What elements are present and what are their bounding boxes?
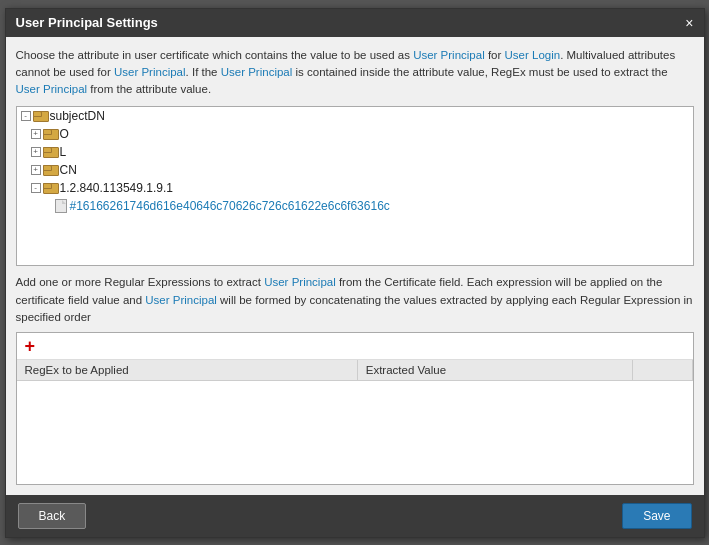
tree-item-hash[interactable]: #16166261746d616e40646c70626c726c61622e6… xyxy=(17,197,693,215)
user-principal-link-3: User Principal xyxy=(221,66,293,78)
regex-table: RegEx to be Applied Extracted Value xyxy=(17,360,693,484)
tree-label-hash: #16166261746d616e40646c70626c726c61622e6… xyxy=(70,199,390,213)
user-login-link: User Login xyxy=(505,49,561,61)
col-header-extracted: Extracted Value xyxy=(357,360,632,381)
folder-icon-CN xyxy=(43,165,57,176)
folder-icon-oid xyxy=(43,183,57,194)
close-button[interactable]: × xyxy=(685,15,693,31)
user-principal-link-2: User Principal xyxy=(114,66,186,78)
regex-description: Add one or more Regular Expressions to e… xyxy=(16,274,694,326)
description-text: Choose the attribute in user certificate… xyxy=(16,47,694,99)
folder-icon-subjectDN xyxy=(33,111,47,122)
col-header-actions xyxy=(632,360,692,381)
file-icon-hash xyxy=(55,199,67,213)
tree-item-oid[interactable]: - 1.2.840.113549.1.9.1 xyxy=(17,179,693,197)
tree-label-CN: CN xyxy=(60,163,77,177)
tree-item-subjectDN[interactable]: - subjectDN xyxy=(17,107,693,125)
tree-label-subjectDN: subjectDN xyxy=(50,109,105,123)
dialog-body: Choose the attribute in user certificate… xyxy=(6,37,704,495)
expand-icon-subjectDN: - xyxy=(21,111,31,121)
user-principal-link-1: User Principal xyxy=(413,49,485,61)
expand-icon-CN: + xyxy=(31,165,41,175)
tree-item-L[interactable]: + L xyxy=(17,143,693,161)
expand-icon-O: + xyxy=(31,129,41,139)
user-principal-link-regex2: User Principal xyxy=(145,294,217,306)
col-header-regex: RegEx to be Applied xyxy=(17,360,358,381)
user-principal-link-regex: User Principal xyxy=(264,276,336,288)
folder-icon-L xyxy=(43,147,57,158)
expand-icon-oid: - xyxy=(31,183,41,193)
save-button[interactable]: Save xyxy=(622,503,691,529)
expand-icon-L: + xyxy=(31,147,41,157)
title-bar: User Principal Settings × xyxy=(6,9,704,37)
regex-section: + RegEx to be Applied Extracted Value xyxy=(16,332,694,485)
folder-icon-O xyxy=(43,129,57,140)
back-button[interactable]: Back xyxy=(18,503,87,529)
dialog-title: User Principal Settings xyxy=(16,15,158,30)
tree-label-oid: 1.2.840.113549.1.9.1 xyxy=(60,181,173,195)
regex-table-body xyxy=(17,381,693,484)
tree-label-L: L xyxy=(60,145,67,159)
user-principal-link-4: User Principal xyxy=(16,83,88,95)
tree-item-CN[interactable]: + CN xyxy=(17,161,693,179)
tree-label-O: O xyxy=(60,127,69,141)
user-principal-settings-dialog: User Principal Settings × Choose the att… xyxy=(5,8,705,538)
add-regex-button[interactable]: + xyxy=(25,337,36,355)
regex-toolbar: + xyxy=(17,333,693,360)
dialog-footer: Back Save xyxy=(6,495,704,537)
tree-item-O[interactable]: + O xyxy=(17,125,693,143)
attribute-tree[interactable]: - subjectDN + O + L + CN xyxy=(16,106,694,266)
